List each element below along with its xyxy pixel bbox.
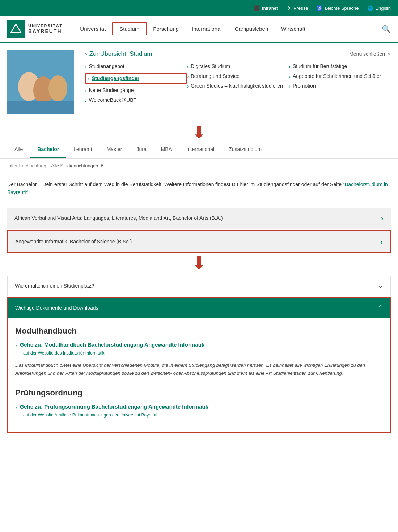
modulhandbuch-link[interactable]: Gehe zu: Modulhandbuch Bachelorstudienga… <box>20 342 204 348</box>
chevron-icon: › <box>85 88 87 93</box>
modulhandbuch-title: Modulhandbuch <box>15 326 383 336</box>
mega-menu-col-3: › Studium für Berufstätige › Angebote fü… <box>289 63 391 107</box>
globe-icon: 🌐 <box>367 5 373 11</box>
header: UNIVERSITÄT BAYREUTH Universität Studium… <box>0 16 398 42</box>
presse-link[interactable]: 🎙 Presse <box>287 5 308 11</box>
mega-menu-cols: › Studienangebot › Studiengangsfinder › … <box>85 63 391 107</box>
nav-studium[interactable]: Studium <box>112 22 147 35</box>
modulhandbuch-desc: Das Modulhandbuch bietet eine Übersicht … <box>15 361 383 377</box>
tab-lehramt[interactable]: Lehramt <box>66 141 99 158</box>
overview-link[interactable]: › Zur Übersicht: Studium <box>85 50 152 58</box>
main-nav: Universität Studium Forschung Internatio… <box>73 22 382 35</box>
chevron-icon: › <box>88 76 90 81</box>
nav-international[interactable]: International <box>185 23 228 35</box>
leichte-sprache-icon: ♿ <box>317 5 322 11</box>
menu-item-green-studies[interactable]: › Green Studies – Nachhaltigkeit studier… <box>187 83 289 89</box>
modulhandbuch-link-row: › Gehe zu: Modulhandbuch Bachelorstudien… <box>15 342 383 348</box>
arrow-indicator-1: ⬇ <box>0 124 398 141</box>
nav-campusleben[interactable]: Campusleben <box>228 23 275 35</box>
chevron-icon: › <box>187 74 189 79</box>
leichte-sprache-link[interactable]: ♿ Leichte Sprache <box>317 5 359 11</box>
logo-box <box>7 20 25 38</box>
chevron-icon: › <box>187 64 189 70</box>
pruefungsordnung-link[interactable]: Gehe zu: Prüfungsordnung Bachelorstudien… <box>20 403 208 410</box>
study-item-informatik[interactable]: Angewandte Informatik, Bachelor of Scien… <box>7 230 391 253</box>
accordion-studienplatz: Wie erhalte ich einen Studienplatz? ⌄ <box>7 276 391 296</box>
arrow-indicator-2: ⬇ <box>7 255 391 272</box>
accordion-dokumente-content: Modulhandbuch › Gehe zu: Modulhandbuch B… <box>8 318 390 432</box>
filter-bar: Filter Fachrichtung: Alle Studienrichtun… <box>0 159 398 173</box>
logo-area[interactable]: UNIVERSITÄT BAYREUTH <box>7 20 63 38</box>
mega-menu-content: › Zur Übersicht: Studium Menü schließen … <box>74 50 391 114</box>
accordion-dokumente-header[interactable]: Wichtige Dokumente und Downloads ⌃ <box>8 298 390 318</box>
chevron-up-icon: ⌃ <box>377 304 383 312</box>
down-arrow-icon-2: ⬇ <box>192 255 206 272</box>
tab-mba[interactable]: MBA <box>154 141 179 158</box>
chevron-right-icon: › <box>85 50 87 58</box>
pruefungsordnung-link-sub: auf der Website Amtliche Bekanntmachunge… <box>23 412 383 418</box>
chevron-icon: › <box>187 83 189 89</box>
modulhandbuch-link-sub: auf der Website des Instituts für Inform… <box>23 351 383 356</box>
chevron-icon: › <box>85 64 87 70</box>
filter-label: Filter Fachrichtung: <box>7 163 47 168</box>
chevron-down-icon: ▼ <box>100 163 104 168</box>
top-bar: ⬛ Intranet 🎙 Presse ♿ Leichte Sprache 🌐 … <box>0 0 398 16</box>
tab-jura[interactable]: Jura <box>129 141 153 158</box>
menu-item-beratung[interactable]: › Beratung und Service <box>187 73 289 79</box>
menu-close-button[interactable]: Menü schließen ✕ <box>349 51 391 57</box>
accordion-dokumente: Wichtige Dokumente und Downloads ⌃ Modul… <box>7 297 391 433</box>
mega-menu-overview: › Zur Übersicht: Studium Menü schließen … <box>85 50 391 58</box>
mega-menu-col-2: › Digitales Studium › Beratung und Servi… <box>187 63 289 107</box>
menu-item-neue-studiengaenge[interactable]: › Neue Studiengänge <box>85 87 187 93</box>
study-tabs: Alle Bachelor Lehramt Master Jura MBA In… <box>0 141 398 159</box>
study-list: African Verbal and Visual Arts: Language… <box>0 200 398 253</box>
menu-item-berufstaetige[interactable]: › Studium für Berufstätige <box>289 63 391 70</box>
chevron-icon: › <box>289 83 291 89</box>
search-icon[interactable]: 🔍 <box>382 25 391 33</box>
menu-item-welcomeback[interactable]: › WelcomeBack@UBT <box>85 97 187 103</box>
pruefungsordnung-title: Prüfungsordnung <box>15 388 383 398</box>
filter-select[interactable]: Alle Studienrichtungen ▼ <box>51 163 104 168</box>
chevron-icon: › <box>15 405 17 410</box>
nav-forschung[interactable]: Forschung <box>147 23 185 35</box>
mega-menu-image <box>7 50 74 114</box>
description-text: Der Bachelor – Dein erster Schritt auf d… <box>0 173 398 200</box>
intranet-icon: ⬛ <box>254 5 260 11</box>
svg-point-7 <box>48 75 67 101</box>
menu-item-promotion[interactable]: › Promotion <box>289 83 391 89</box>
english-link[interactable]: 🌐 English <box>367 5 391 11</box>
accordion-studienplatz-header[interactable]: Wie erhalte ich einen Studienplatz? ⌄ <box>8 276 390 296</box>
mega-menu-col-1: › Studienangebot › Studiengangsfinder › … <box>85 63 187 107</box>
tab-zusatzstudium[interactable]: Zusatzstudium <box>221 141 269 158</box>
tab-master[interactable]: Master <box>100 141 130 158</box>
tab-alle[interactable]: Alle <box>7 141 30 158</box>
nav-universitaet[interactable]: Universität <box>73 23 112 35</box>
accordion-area: Wie erhalte ich einen Studienplatz? ⌄ Wi… <box>0 276 398 433</box>
pruefungsordnung-link-row: › Gehe zu: Prüfungsordnung Bachelorstudi… <box>15 403 383 410</box>
menu-item-studienangebot[interactable]: › Studienangebot <box>85 63 187 70</box>
intranet-link[interactable]: ⬛ Intranet <box>254 5 278 11</box>
menu-item-schuelerinnen[interactable]: › Angebote für Schülerinnen und Schüler <box>289 73 391 79</box>
tab-international[interactable]: International <box>179 141 221 158</box>
chevron-right-icon: › <box>381 214 384 222</box>
chevron-icon: › <box>15 343 17 348</box>
chevron-icon: › <box>289 64 291 70</box>
close-icon: ✕ <box>386 51 391 57</box>
menu-item-digitales-studium[interactable]: › Digitales Studium <box>187 63 289 70</box>
tab-bachelor[interactable]: Bachelor <box>30 141 66 158</box>
mega-menu: › Zur Übersicht: Studium Menü schließen … <box>0 42 398 125</box>
chevron-icon: › <box>289 74 291 79</box>
chevron-down-icon: ⌄ <box>378 282 383 290</box>
down-arrow-icon: ⬇ <box>192 124 206 141</box>
chevron-right-icon: › <box>380 238 383 246</box>
svg-rect-8 <box>7 101 74 114</box>
chevron-icon: › <box>85 97 87 103</box>
presse-icon: 🎙 <box>287 5 291 11</box>
study-item-african[interactable]: African Verbal and Visual Arts: Language… <box>7 208 391 229</box>
menu-item-studiengangsfinder[interactable]: › Studiengangsfinder <box>85 73 187 84</box>
logo-text: UNIVERSITÄT BAYREUTH <box>28 24 63 34</box>
nav-wirtschaft[interactable]: Wirtschaft <box>275 23 312 35</box>
